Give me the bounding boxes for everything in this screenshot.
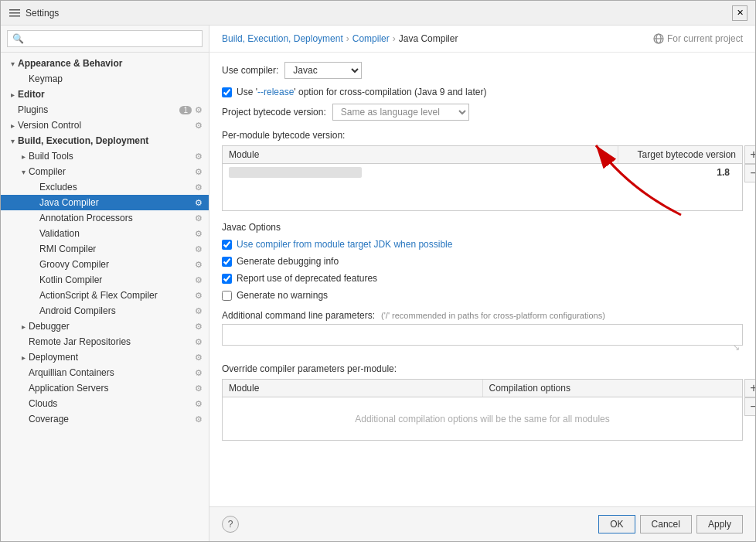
table-body: module name here 1.8 — [223, 164, 742, 210]
sidebar-item-kotlin-compiler[interactable]: Kotlin Compiler ⚙ — [1, 272, 209, 288]
sidebar-item-annotation-processors[interactable]: Annotation Processors ⚙ — [1, 210, 209, 226]
bytecode-label: Project bytecode version: — [222, 107, 326, 118]
sidebar-item-rmi-compiler[interactable]: RMI Compiler ⚙ — [1, 241, 209, 257]
svg-rect-1 — [9, 12, 20, 14]
report-deprecated-checkbox[interactable] — [222, 274, 232, 284]
sidebar-item-label: Plugins — [18, 104, 176, 115]
action-icon: ⚙ — [195, 306, 203, 316]
help-button[interactable]: ? — [222, 516, 239, 533]
action-icon: ⚙ — [195, 167, 203, 177]
sidebar-item-debugger[interactable]: ▸ Debugger ⚙ — [1, 319, 209, 334]
action-icon: ⚙ — [195, 291, 203, 301]
action-icon: ⚙ — [195, 244, 203, 254]
apply-button[interactable]: Apply — [696, 515, 743, 533]
bottom-bar: ? OK Cancel Apply — [209, 506, 755, 541]
sidebar-item-label: Arquillian Containers — [29, 367, 192, 378]
sidebar-item-compiler[interactable]: ▾ Compiler ⚙ — [1, 164, 209, 179]
sidebar-item-label: Deployment — [29, 352, 192, 363]
settings-window: Settings ✕ ▾ Appearance & Behavior Keyma… — [0, 0, 756, 542]
sidebar-item-label: Compiler — [29, 166, 192, 177]
override-col-options: Compilation options — [483, 380, 743, 397]
override-col-module: Module — [223, 380, 483, 397]
generate-debug-label: Generate debugging info — [237, 256, 339, 267]
sidebar-item-excludes[interactable]: Excludes ⚙ — [1, 179, 209, 195]
bytecode-select[interactable]: Same as language level — [332, 104, 469, 121]
javac-section-title: Javac Options — [222, 222, 743, 233]
table-header: Module Target bytecode version — [223, 146, 742, 164]
sidebar-item-plugins[interactable]: Plugins 1 ⚙ — [1, 102, 209, 118]
arrow-icon: ▸ — [7, 121, 18, 130]
settings-content: Use compiler: Javac Eclipse Ajc Use '--r… — [209, 53, 755, 506]
override-label-text: Override compiler parameters per-module: — [222, 363, 397, 374]
sidebar-item-version-control[interactable]: ▸ Version Control ⚙ — [1, 118, 209, 133]
sidebar-item-build-execution[interactable]: ▾ Build, Execution, Deployment — [1, 133, 209, 148]
breadcrumb-current: Java Compiler — [399, 33, 458, 44]
search-box — [1, 26, 209, 53]
sidebar-item-deployment[interactable]: ▸ Deployment ⚙ — [1, 349, 209, 365]
sidebar-item-clouds[interactable]: Clouds ⚙ — [1, 396, 209, 411]
arrow-icon: ▸ — [18, 152, 29, 161]
sidebar-item-label: ActionScript & Flex Compiler — [39, 290, 192, 301]
sidebar-item-android-compilers[interactable]: Android Compilers ⚙ — [1, 303, 209, 319]
main-panel: Build, Execution, Deployment › Compiler … — [209, 26, 755, 541]
sidebar-item-java-compiler[interactable]: Java Compiler ⚙ — [1, 195, 209, 210]
override-action-buttons: + − — [744, 379, 755, 416]
sidebar-item-label: Excludes — [39, 182, 192, 193]
no-warnings-checkbox[interactable] — [222, 291, 232, 301]
add-module-button[interactable]: + — [744, 145, 755, 164]
svg-rect-0 — [9, 9, 20, 11]
ok-button[interactable]: OK — [598, 515, 635, 533]
module-cell: module name here — [223, 164, 618, 181]
action-icon: ⚙ — [195, 368, 203, 378]
add-override-button[interactable]: + — [744, 379, 755, 397]
override-section: Override compiler parameters per-module:… — [222, 363, 743, 441]
table-row: module name here 1.8 — [223, 164, 742, 181]
sidebar-item-label: Appearance & Behavior — [18, 58, 203, 69]
sidebar-item-appearance-behavior[interactable]: ▾ Appearance & Behavior — [1, 56, 209, 71]
sidebar-item-label: Build Tools — [29, 151, 192, 162]
override-label: Override compiler parameters per-module: — [222, 363, 743, 374]
breadcrumb-sep-2: › — [393, 33, 396, 44]
title-bar-controls: ✕ — [732, 5, 747, 21]
breadcrumb-part-2: Compiler — [352, 33, 390, 44]
sidebar-item-label: Remote Jar Repositories — [29, 336, 192, 347]
sidebar-tree: ▾ Appearance & Behavior Keymap ▸ Editor … — [1, 53, 209, 541]
sidebar-item-label: Editor — [18, 89, 203, 100]
sidebar-item-coverage[interactable]: Coverage ⚙ — [1, 411, 209, 427]
remove-module-button[interactable]: − — [744, 164, 755, 182]
sidebar-item-label: Build, Execution, Deployment — [18, 135, 203, 146]
close-button[interactable]: ✕ — [732, 5, 747, 21]
action-icon: ⚙ — [195, 229, 203, 239]
per-module-table: Module Target bytecode version module na… — [222, 145, 743, 211]
arrow-icon: ▸ — [18, 322, 29, 331]
action-icon: ⚙ — [195, 337, 203, 347]
breadcrumb-part-1: Build, Execution, Deployment — [222, 33, 343, 44]
generate-debug-checkbox[interactable] — [222, 257, 232, 267]
cancel-button[interactable]: Cancel — [640, 515, 692, 533]
compiler-select[interactable]: Javac Eclipse Ajc — [284, 62, 362, 79]
action-icon: ⚙ — [195, 121, 203, 131]
sidebar-item-remote-jar[interactable]: Remote Jar Repositories ⚙ — [1, 334, 209, 349]
remove-override-button[interactable]: − — [744, 397, 755, 416]
sidebar-item-arquillian[interactable]: Arquillian Containers ⚙ — [1, 365, 209, 380]
sidebar-item-label: Debugger — [29, 321, 192, 332]
sidebar-item-actionscript-flex[interactable]: ActionScript & Flex Compiler ⚙ — [1, 288, 209, 303]
javac-options-section: Javac Options Use compiler from module t… — [222, 222, 743, 301]
sidebar-item-build-tools[interactable]: ▸ Build Tools ⚙ — [1, 148, 209, 164]
additional-params-input[interactable] — [222, 324, 743, 346]
arrow-icon: ▾ — [7, 137, 18, 145]
checkbox-use-module-target: Use compiler from module target JDK when… — [222, 239, 743, 250]
version-cell: 1.8 — [618, 164, 742, 181]
sidebar-item-validation[interactable]: Validation ⚙ — [1, 226, 209, 241]
use-module-target-checkbox[interactable] — [222, 240, 232, 250]
search-input[interactable] — [7, 30, 203, 47]
release-checkbox[interactable] — [222, 87, 232, 97]
breadcrumb-path: Build, Execution, Deployment › Compiler … — [222, 33, 458, 44]
sidebar-item-editor[interactable]: ▸ Editor — [1, 87, 209, 102]
sidebar-item-app-servers[interactable]: Application Servers ⚙ — [1, 380, 209, 396]
sidebar: ▾ Appearance & Behavior Keymap ▸ Editor … — [1, 26, 209, 541]
sidebar-item-label: Coverage — [29, 414, 192, 424]
sidebar-item-groovy-compiler[interactable]: Groovy Compiler ⚙ — [1, 257, 209, 272]
window-title: Settings — [26, 8, 59, 19]
sidebar-item-keymap[interactable]: Keymap — [1, 71, 209, 87]
